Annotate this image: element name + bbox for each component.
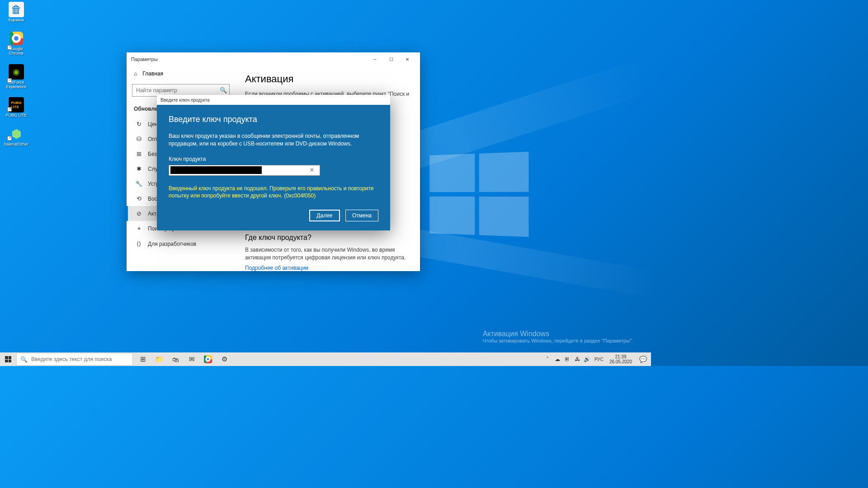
section-heading: Где ключ продукта? — [245, 234, 410, 242]
tray-network-icon[interactable]: 🖧 — [573, 356, 581, 362]
svg-point-10 — [207, 358, 209, 361]
taskbar-search-input[interactable] — [31, 356, 129, 362]
desktop-icon-geforce[interactable]: ◉ ↗ GeForce Experience — [3, 64, 30, 89]
sidebar-item-developers[interactable]: ⟨⟩Для разработчиков — [127, 236, 235, 251]
location-icon: ⌖ — [135, 225, 142, 232]
maximize-button[interactable]: ☐ — [383, 52, 399, 66]
dialog-heading: Введите ключ продукта — [169, 115, 378, 124]
window-title: Параметры — [131, 56, 158, 62]
desktop-icons: 🗑 Корзина ↗ Google Chrome ◉ ↗ GeForce Ex… — [3, 2, 30, 147]
shortcut-arrow-icon: ↗ — [7, 78, 12, 83]
start-button[interactable] — [0, 352, 16, 366]
product-key-redacted — [170, 166, 262, 174]
search-icon: 🔍 — [20, 356, 28, 363]
task-view-button[interactable]: ⊞ — [135, 352, 151, 366]
clock-time: 21:39 — [609, 354, 632, 359]
taskbar-explorer[interactable]: 📁 — [151, 352, 167, 366]
desktop-icon-label: balenaEtcher — [4, 142, 28, 147]
taskbar-chrome[interactable] — [200, 352, 216, 366]
watermark-subtitle: Чтобы активировать Windows, перейдите в … — [483, 338, 633, 343]
shortcut-arrow-icon: ↗ — [7, 45, 12, 50]
taskbar-search[interactable]: 🔍 — [16, 353, 133, 366]
desktop-icon-balena[interactable]: ⬢ ↗ balenaEtcher — [3, 126, 30, 147]
taskbar: 🔍 ⊞ 📁 🛍 ✉ ⚙ ˄ ☁ ⛨ 🖧 🔊 РУС 21:39 26.05.20… — [0, 352, 651, 366]
desktop-icon-recycle-bin[interactable]: 🗑 Корзина — [3, 2, 30, 23]
desktop-icon-label: GeForce Experience — [3, 80, 30, 89]
windows-wallpaper-logo — [429, 152, 528, 237]
taskbar-mail[interactable]: ✉ — [184, 352, 200, 366]
action-center-icon[interactable]: 💬 — [637, 356, 649, 363]
activation-watermark: Активация Windows Чтобы активировать Win… — [483, 330, 633, 343]
close-button[interactable]: ✕ — [399, 52, 415, 66]
recovery-icon: ⟲ — [135, 195, 142, 202]
taskbar-settings[interactable]: ⚙ — [216, 352, 232, 366]
product-key-label: Ключ продукта — [169, 156, 378, 162]
desktop-icon-label: Google Chrome — [3, 47, 30, 56]
sidebar-home[interactable]: ⌂ Главная — [127, 66, 235, 81]
tray-overflow-icon[interactable]: ˄ — [543, 356, 552, 362]
dialog-description: Ваш ключ продукта указан в сообщении эле… — [169, 132, 378, 148]
windows-logo-icon — [5, 356, 11, 362]
search-icon: 🔍 — [220, 87, 227, 94]
desktop-icon-label: Корзина — [9, 18, 24, 23]
tray-security-icon[interactable]: ⛨ — [563, 356, 571, 362]
code-icon: ⟨⟩ — [135, 240, 142, 247]
cancel-button[interactable]: Отмена — [345, 210, 378, 221]
tray-volume-icon[interactable]: 🔊 — [583, 356, 591, 362]
system-tray: ˄ ☁ ⛨ 🖧 🔊 РУС 21:39 26.05.2020 💬 — [543, 354, 651, 364]
clear-input-icon[interactable]: ✕ — [310, 167, 314, 173]
taskbar-clock[interactable]: 21:39 26.05.2020 — [607, 354, 635, 364]
activation-icon: ⊘ — [135, 210, 142, 217]
dialog-title: Введите ключ продукта — [160, 98, 210, 103]
home-icon: ⌂ — [134, 70, 137, 77]
shortcut-arrow-icon: ↗ — [7, 107, 12, 112]
settings-titlebar[interactable]: Параметры ─ ☐ ✕ — [127, 52, 420, 66]
watermark-title: Активация Windows — [483, 330, 633, 338]
optimize-icon: ⛁ — [135, 136, 142, 142]
shield-icon: ⊞ — [135, 150, 142, 157]
shortcut-arrow-icon: ↗ — [7, 136, 12, 141]
service-icon: ✱ — [135, 165, 142, 172]
section-body: В зависимости от того, как вы получили W… — [245, 246, 410, 262]
desktop-icon-pubg[interactable]: PUBGLITE ↗ PUBG LITE — [3, 97, 30, 118]
wrench-icon: 🔧 — [135, 180, 142, 187]
tray-language[interactable]: РУС — [593, 357, 605, 362]
learn-more-link[interactable]: Подробнее об активации — [245, 265, 410, 271]
desktop-icon-chrome[interactable]: ↗ Google Chrome — [3, 31, 30, 56]
sidebar-item-label: Для разработчиков — [148, 241, 196, 247]
page-title: Активация — [245, 73, 410, 85]
dialog-titlebar[interactable]: Введите ключ продукта — [157, 95, 390, 105]
taskbar-store[interactable]: 🛍 — [167, 352, 184, 366]
error-message: Введенный ключ продукта не подошел. Пров… — [169, 185, 378, 200]
minimize-button[interactable]: ─ — [367, 52, 383, 66]
tray-onedrive-icon[interactable]: ☁ — [553, 356, 561, 362]
next-button[interactable]: Далее — [309, 210, 340, 221]
sidebar-home-label: Главная — [142, 70, 163, 77]
product-key-dialog: Введите ключ продукта Введите ключ проду… — [157, 95, 390, 230]
desktop-icon-label: PUBG LITE — [5, 113, 27, 118]
update-icon: ↻ — [135, 121, 142, 127]
clock-date: 26.05.2020 — [609, 359, 632, 364]
